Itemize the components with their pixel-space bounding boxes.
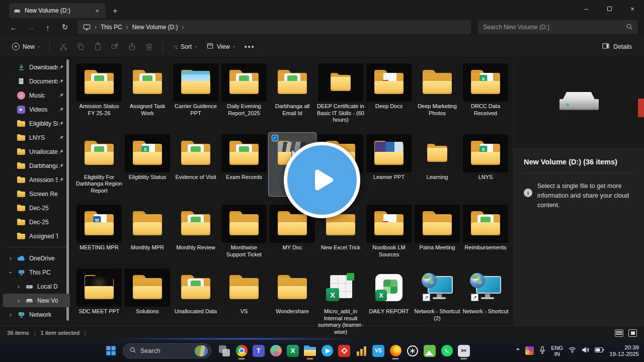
delete-button[interactable] (141, 40, 156, 54)
explorer-tab[interactable]: New Volume (D:) × (9, 3, 106, 18)
taskbar-app-telegram[interactable] (318, 341, 336, 360)
grid-item-network-shortcut[interactable]: ↗Network - Shortcut (461, 266, 510, 338)
video-play-button[interactable] (284, 142, 360, 218)
sidebar-item-assigned-task-w[interactable]: Assigned Task W (3, 229, 70, 243)
sidebar-item-darbhanga-al[interactable]: Darbhanga al (3, 159, 70, 172)
volume-icon[interactable] (582, 346, 590, 355)
share-button[interactable] (124, 40, 139, 54)
taskbar-app-power-bi[interactable] (353, 341, 370, 360)
grid-item-lnys[interactable]: XLNYS (461, 132, 510, 197)
selection-checkbox[interactable]: ✓ (272, 135, 278, 141)
grid-item-reimbursements[interactable]: Reimbursements (461, 203, 510, 260)
sidebar-item-new-volume-d[interactable]: ›New Volume (D: (3, 294, 70, 307)
grid-item-vs[interactable]: VS (220, 266, 268, 338)
sidebar-item-network[interactable]: ›Network (3, 308, 70, 321)
grid-item-deep-certificate-in-basic-it-skills-60-hours[interactable]: DEEP Certificate in Basic IT Skills - (6… (316, 61, 365, 126)
new-button[interactable]: + New › (8, 40, 43, 53)
battery-icon[interactable] (595, 347, 604, 354)
grid-item-carrier-guidence-ppt[interactable]: Carrier Guidence PPT (172, 61, 220, 126)
sidebar-item-downloads[interactable]: Downloads (3, 60, 70, 74)
grid-item-learner-ppt[interactable]: Learner PPT (365, 132, 413, 197)
maximize-button[interactable] (598, 0, 621, 17)
breadcrumb[interactable]: › This PC › New Volume (D:) › (77, 20, 471, 34)
icons-view-toggle[interactable] (628, 329, 637, 337)
sidebar-item-documents[interactable]: Documents (3, 74, 70, 88)
tray-app-icon[interactable] (525, 346, 534, 355)
sidebar-item-this-pc[interactable]: ›This PC (3, 265, 70, 279)
view-button[interactable]: View › (202, 39, 238, 54)
grid-item-exam-records[interactable]: Exam Records (220, 132, 268, 197)
sidebar-item-lnys[interactable]: LNYS (3, 131, 70, 144)
clock[interactable]: 20:39 19-12-2025 (609, 344, 639, 357)
cut-button[interactable] (56, 40, 71, 54)
sidebar-item-local-disk-c[interactable]: ›Local Disk (C:) (3, 280, 70, 293)
taskbar-app-photos-green[interactable] (421, 341, 438, 360)
close-button[interactable]: × (621, 0, 644, 17)
taskbar-app-teams[interactable]: T (250, 341, 267, 360)
paste-button[interactable] (90, 40, 105, 54)
taskbar-app-chatgpt[interactable] (404, 341, 421, 360)
search-icon[interactable] (626, 23, 633, 32)
grid-item-amission-status-fy-25-26[interactable]: Amission Status FY 25-26 (75, 61, 123, 126)
copy-button[interactable] (73, 40, 88, 54)
grid-item-wondershare[interactable]: Wondershare (268, 266, 316, 338)
search-input[interactable]: Search New Volume (D:) (478, 20, 638, 34)
sidebar-item-dec-25[interactable]: Dec-25 (3, 201, 70, 215)
chevron-icon[interactable]: › (16, 283, 21, 290)
grid-item-monthwise-support-ticket[interactable]: Monthwise Support Ticket (220, 203, 268, 260)
chevron-icon[interactable]: › (8, 311, 13, 318)
taskbar-app-explorer[interactable] (301, 341, 318, 360)
taskbar-search[interactable]: Search (123, 343, 211, 358)
more-options-button[interactable]: ••• (240, 40, 259, 54)
grid-item-sdc-meet-ppt[interactable]: SDC MEET PPT (75, 266, 123, 338)
sidebar-item-videos[interactable]: ▶Videos (3, 103, 70, 116)
grid-item-solutions[interactable]: Solutions (123, 266, 172, 338)
taskbar-app-whatsapp[interactable] (438, 341, 455, 360)
grid-item-monthly-mpr[interactable]: Monthly MPR (123, 203, 172, 260)
back-button[interactable]: ← (6, 20, 21, 34)
sidebar-item-onedrive[interactable]: ›OneDrive (3, 251, 70, 265)
taskbar-app-excel[interactable]: X (284, 341, 301, 360)
sidebar-item-music[interactable]: ♪Music (3, 88, 70, 102)
taskbar-app-vscode[interactable]: VS (370, 341, 387, 360)
start-button[interactable] (103, 343, 118, 358)
grid-item-deep-marketing-photos[interactable]: Deep Marketing Photos (413, 61, 461, 126)
grid-item-unallocated-data[interactable]: Unallocated Data (172, 266, 220, 338)
sidebar-item-dec-25[interactable]: Dec-25 (3, 215, 70, 229)
sidebar-item-eligiblity-stat[interactable]: Eligiblity Stat (3, 117, 70, 130)
breadcrumb-this-pc[interactable]: This PC (101, 24, 122, 31)
tray-overflow-chevron-icon[interactable]: ⌃ (515, 347, 520, 354)
sidebar-item-unallocated-d[interactable]: Unallocated D (3, 145, 70, 158)
chevron-icon[interactable]: › (7, 270, 14, 275)
chevron-icon[interactable]: › (8, 255, 13, 262)
taskbar-app-task-view[interactable] (216, 341, 233, 360)
taskbar-app-chrome[interactable] (233, 341, 250, 360)
new-tab-button[interactable]: + (113, 7, 117, 16)
grid-item-eligbility-for-darbhanga-region-report[interactable]: Eligbility For Darbhanga Region Report (75, 132, 123, 197)
sort-button[interactable]: ↑↓ Sort › (169, 40, 200, 53)
forward-button[interactable]: → (23, 20, 38, 34)
refresh-button[interactable]: ↻ (57, 20, 72, 34)
grid-item-learning[interactable]: Learning (413, 132, 461, 197)
up-button[interactable]: ↑ (40, 20, 55, 34)
grid-item-evidence-of-visit[interactable]: Evidence of Visit (172, 132, 220, 197)
microphone-icon[interactable] (539, 346, 546, 355)
chevron-icon[interactable]: › (16, 297, 21, 304)
grid-item-daily-report[interactable]: XDAILY REPORT (365, 266, 413, 338)
rename-button[interactable] (107, 40, 122, 54)
grid-item-meeting-mpr[interactable]: WMEETING MPR (75, 203, 123, 260)
grid-item-micro-add-in-internal-result-summary-learner-wise[interactable]: XMicro_add_in Internal result summary (l… (316, 266, 365, 338)
details-view-toggle[interactable] (615, 329, 623, 337)
taskbar-app-copilot[interactable] (267, 341, 284, 360)
grid-item-daily-evening-report-2025[interactable]: Daily Evening Report_2025 (220, 61, 268, 126)
taskbar-app-firefox[interactable] (387, 341, 404, 360)
search-highlight-thumbnail[interactable] (195, 345, 208, 356)
taskbar-app-snip[interactable]: ✂ (455, 341, 472, 360)
grid-item-deep-docs[interactable]: Deep Docs (365, 61, 413, 126)
wifi-icon[interactable] (568, 346, 577, 355)
language-indicator[interactable]: ENGIN (551, 345, 563, 357)
tab-close-icon[interactable]: × (93, 7, 102, 15)
grid-item-darbhanga-all-email-id[interactable]: Darbhanga all Email Id (268, 61, 316, 126)
grid-item-drcc-data-received[interactable]: XDRCC Data Received (461, 61, 510, 126)
breadcrumb-new-volume[interactable]: New Volume (D:) (132, 24, 178, 31)
